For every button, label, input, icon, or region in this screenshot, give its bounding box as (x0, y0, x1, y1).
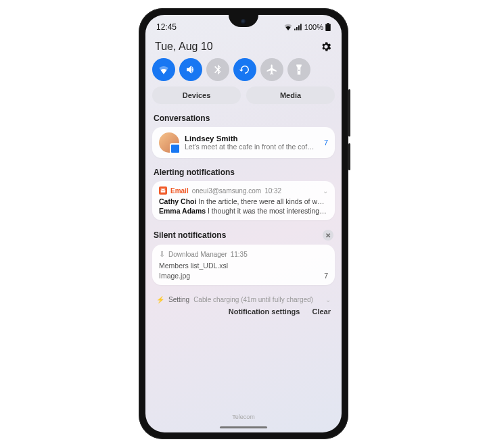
qs-flashlight[interactable] (287, 58, 310, 81)
setting-label: Setting (168, 296, 189, 303)
avatar (159, 132, 179, 153)
conversation-notification[interactable]: Lindsey Smith Let's meet at the cafe in … (152, 127, 335, 158)
power-button[interactable] (348, 143, 350, 170)
wifi-icon (158, 64, 170, 76)
section-conversations-title: Conversations (152, 111, 335, 127)
qs-airplane[interactable] (260, 58, 283, 81)
svg-rect-0 (327, 23, 329, 24)
rotate-icon (239, 64, 251, 76)
flashlight-icon (293, 64, 305, 76)
gear-icon[interactable] (320, 41, 332, 53)
panel-footer: Notification settings Clear (152, 303, 335, 316)
svg-rect-1 (325, 24, 331, 32)
media-button[interactable]: Media (246, 86, 335, 104)
download-file-name: Members list_UDL.xsl (159, 262, 228, 270)
section-alerting-label: Alerting notifications (154, 168, 235, 177)
download-file: Members list_UDL.xsl (159, 262, 328, 270)
setting-text: Cable charging (41m until fully charged) (193, 296, 313, 303)
download-file-name: Image.jpg (159, 272, 190, 280)
download-file: Image.jpg 7 (159, 272, 328, 280)
battery-percent: 100% (304, 23, 323, 31)
download-icon: ⇩ (159, 250, 165, 259)
conversation-name: Lindsey Smith (185, 134, 316, 143)
email-app-icon (159, 186, 167, 195)
bolt-icon: ⚡ (156, 296, 164, 303)
devices-button[interactable]: Devices (152, 86, 241, 104)
email-sender: Cathy Choi (159, 197, 196, 205)
email-preview: I thought it was the most interesting th… (208, 207, 328, 215)
email-account: oneui3@samsung.com (192, 187, 261, 195)
email-sender: Emma Adams (159, 207, 206, 215)
wifi-status-icon (284, 24, 292, 30)
email-header: Email oneui3@samsung.com 10:32 ⌄ (159, 186, 328, 195)
email-time: 10:32 (264, 187, 281, 195)
chevron-down-icon[interactable]: ⌄ (323, 187, 328, 195)
carrier-label: Telecom (145, 414, 342, 420)
email-app-name: Email (170, 187, 189, 195)
qs-wifi[interactable] (152, 58, 175, 81)
volume-button[interactable] (348, 89, 350, 136)
qs-bluetooth[interactable] (206, 58, 229, 81)
email-notification[interactable]: Email oneui3@samsung.com 10:32 ⌄ Cathy C… (152, 181, 335, 220)
bluetooth-icon (212, 64, 224, 76)
conversation-text: Lindsey Smith Let's meet at the cafe in … (185, 134, 316, 151)
airplane-icon (266, 64, 278, 76)
download-file-right: 7 (324, 272, 328, 280)
status-icons: 100% (284, 23, 331, 31)
quick-settings-row (152, 57, 335, 86)
charging-notification[interactable]: ⚡ Setting Cable charging (41m until full… (152, 292, 335, 303)
chevron-down-icon[interactable]: ⌄ (325, 296, 331, 303)
email-item: Cathy Choi In the article, there were al… (159, 197, 328, 205)
section-silent-title: Silent notifications ✕ (152, 227, 335, 245)
battery-icon (325, 23, 331, 31)
notification-settings-button[interactable]: Notification settings (229, 307, 300, 316)
section-silent-label: Silent notifications (154, 230, 226, 240)
download-time: 11:35 (231, 251, 248, 258)
panel-date: Tue, Aug 10 (155, 41, 213, 53)
screen: 12:45 100% Tue, Aug 10 (145, 15, 342, 432)
download-notification[interactable]: ⇩ Download Manager 11:35 Members list_UD… (152, 245, 335, 285)
signal-status-icon (294, 24, 302, 30)
section-conversations-label: Conversations (154, 114, 210, 123)
panel-header: Tue, Aug 10 (152, 34, 335, 57)
phone-frame: 12:45 100% Tue, Aug 10 (139, 8, 348, 439)
download-app-name: Download Manager (168, 251, 227, 258)
conversation-count: 7 (321, 139, 328, 147)
status-time: 12:45 (156, 22, 177, 32)
qs-sound[interactable] (179, 58, 202, 81)
output-buttons: Devices Media (152, 86, 335, 104)
clear-button[interactable]: Clear (312, 307, 331, 316)
sound-icon (185, 64, 197, 76)
close-silent-icon[interactable]: ✕ (323, 230, 333, 241)
email-preview: In the article, there were all kinds of … (198, 197, 328, 205)
conversation-message: Let's meet at the cafe in front of the c… (185, 143, 316, 151)
section-alerting-title: Alerting notifications (152, 165, 335, 181)
download-header: ⇩ Download Manager 11:35 (159, 250, 328, 259)
email-item: Emma Adams I thought it was the most int… (159, 207, 328, 215)
qs-rotate[interactable] (233, 58, 256, 81)
home-indicator[interactable] (220, 426, 267, 428)
